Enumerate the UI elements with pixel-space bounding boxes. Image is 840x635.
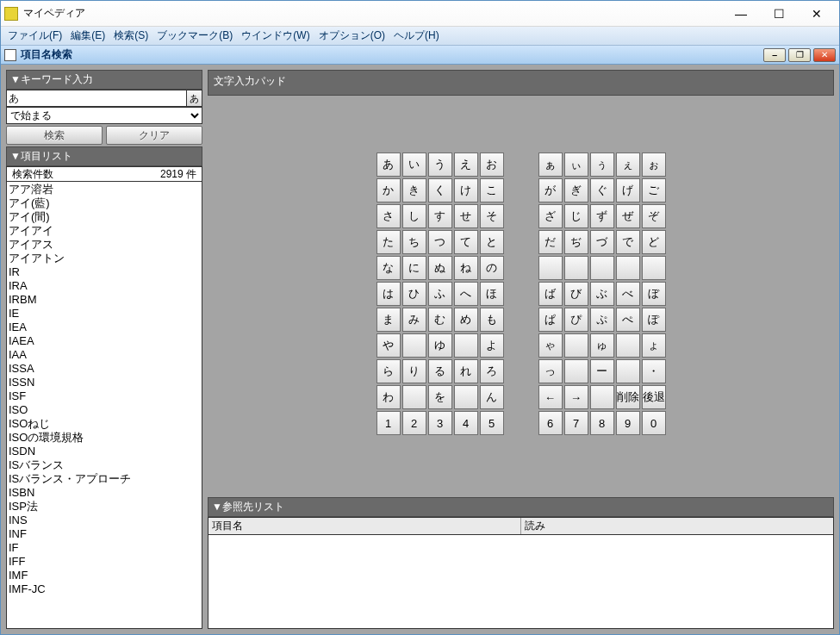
list-item[interactable]: ISSA <box>9 362 200 376</box>
kana-key-ぅ[interactable]: ぅ <box>590 153 614 177</box>
list-item[interactable]: ISF <box>9 389 200 403</box>
maximize-button[interactable]: ☐ <box>760 2 798 26</box>
kana-key-ま[interactable]: ま <box>376 308 401 332</box>
menu-bookmark[interactable]: ブックマーク(B) <box>157 28 233 43</box>
kana-key-ぬ[interactable]: ぬ <box>428 256 452 280</box>
kana-key-4[interactable]: 4 <box>454 411 478 435</box>
kana-key-empty[interactable] <box>454 385 478 409</box>
inner-maximize-button[interactable]: ❐ <box>788 48 811 62</box>
kana-key-ぺ[interactable]: ぺ <box>616 308 640 332</box>
kana-key-は[interactable]: は <box>376 282 401 306</box>
kana-key-め[interactable]: め <box>454 308 478 332</box>
list-item[interactable]: IFF <box>9 555 200 569</box>
kana-key-empty[interactable] <box>564 256 588 280</box>
kana-key-ょ[interactable]: ょ <box>642 333 666 358</box>
list-item[interactable]: ISバランス <box>9 458 200 472</box>
inner-close-button[interactable]: ✕ <box>813 48 836 62</box>
menu-edit[interactable]: 編集(E) <box>71 28 105 43</box>
kana-key-が[interactable]: が <box>538 178 563 202</box>
kana-key-ば[interactable]: ば <box>538 282 563 306</box>
kana-key-empty[interactable] <box>402 333 426 358</box>
kana-key-empty[interactable] <box>564 333 588 358</box>
kana-key-ひ[interactable]: ひ <box>402 282 426 306</box>
kana-key-で[interactable]: で <box>616 230 640 254</box>
kana-key-ね[interactable]: ね <box>454 256 478 280</box>
kana-key-ぉ[interactable]: ぉ <box>642 153 666 177</box>
kana-key-あ[interactable]: あ <box>376 153 401 177</box>
kana-key-げ[interactable]: げ <box>616 178 640 202</box>
menu-window[interactable]: ウインドウ(W) <box>241 28 309 43</box>
kana-key-ご[interactable]: ご <box>642 178 666 202</box>
kana-key-ざ[interactable]: ざ <box>538 204 563 228</box>
list-item[interactable]: IEA <box>9 321 200 334</box>
kana-key-ぜ[interactable]: ぜ <box>616 204 640 228</box>
kana-key-や[interactable]: や <box>376 333 401 358</box>
kana-key-く[interactable]: く <box>428 178 452 202</box>
list-item[interactable]: ISOの環境規格 <box>9 431 200 445</box>
list-item[interactable]: IE <box>9 307 200 321</box>
kana-key-→[interactable]: → <box>564 385 588 409</box>
kana-key-1[interactable]: 1 <box>376 411 401 435</box>
kana-key-お[interactable]: お <box>480 153 504 177</box>
kana-key-2[interactable]: 2 <box>402 411 426 435</box>
kana-key-し[interactable]: し <box>402 204 426 228</box>
clear-button[interactable]: クリア <box>106 126 202 145</box>
kana-key-empty[interactable] <box>616 359 640 383</box>
kana-key-け[interactable]: け <box>454 178 478 202</box>
kana-key-つ[interactable]: つ <box>428 230 452 254</box>
kana-key-む[interactable]: む <box>428 308 452 332</box>
kana-key-6[interactable]: 6 <box>538 411 563 435</box>
list-item[interactable]: アイアトン <box>9 252 200 265</box>
list-item[interactable]: IRBM <box>9 293 200 307</box>
kana-key-か[interactable]: か <box>376 178 401 202</box>
list-item[interactable]: IRA <box>9 279 200 293</box>
list-item[interactable]: INF <box>9 527 200 541</box>
kana-key-後退[interactable]: 後退 <box>642 385 666 409</box>
ime-toggle-button[interactable]: あ <box>187 90 202 107</box>
kana-key-う[interactable]: う <box>428 153 452 177</box>
results-list[interactable]: アア溶岩アイ(藍)アイ(間)アイアイアイアスアイアトンIRIRAIRBMIEIE… <box>6 182 202 629</box>
kana-key-き[interactable]: き <box>402 178 426 202</box>
list-item[interactable]: ISバランス・アプローチ <box>9 472 200 486</box>
kana-key-み[interactable]: み <box>402 308 426 332</box>
list-item[interactable]: ISOねじ <box>9 417 200 431</box>
kana-key-ゆ[interactable]: ゆ <box>428 333 452 358</box>
kana-key-empty[interactable] <box>564 359 588 383</box>
kana-key-←[interactable]: ← <box>538 385 563 409</box>
list-item[interactable]: ISSN <box>9 376 200 389</box>
kana-key-ど[interactable]: ど <box>642 230 666 254</box>
kana-key-ぞ[interactable]: ぞ <box>642 204 666 228</box>
kana-key-3[interactable]: 3 <box>428 411 452 435</box>
list-item[interactable]: アイアス <box>9 238 200 252</box>
list-item[interactable]: IAEA <box>9 334 200 348</box>
kana-key-な[interactable]: な <box>376 256 401 280</box>
kana-key-empty[interactable] <box>616 256 640 280</box>
kana-key-る[interactable]: る <box>428 359 452 383</box>
menu-search[interactable]: 検索(S) <box>114 28 148 43</box>
kana-key-ほ[interactable]: ほ <box>480 282 504 306</box>
kana-key-た[interactable]: た <box>376 230 401 254</box>
search-button[interactable]: 検索 <box>6 126 103 145</box>
kana-key-empty[interactable] <box>616 333 640 358</box>
kana-key-さ[interactable]: さ <box>376 204 401 228</box>
kana-key-empty[interactable] <box>590 256 614 280</box>
list-item[interactable]: ISP法 <box>9 500 200 514</box>
kana-key-ぱ[interactable]: ぱ <box>538 308 563 332</box>
kana-key-削除[interactable]: 削除 <box>616 385 640 409</box>
kana-key-ぎ[interactable]: ぎ <box>564 178 588 202</box>
kana-key-づ[interactable]: づ <box>590 230 614 254</box>
kana-key-れ[interactable]: れ <box>454 359 478 383</box>
kana-key-へ[interactable]: へ <box>454 282 478 306</box>
inner-minimize-button[interactable]: ‒ <box>763 48 786 62</box>
close-button[interactable]: ✕ <box>798 2 836 26</box>
kana-key-ー[interactable]: ー <box>590 359 614 383</box>
list-item[interactable]: IR <box>9 265 200 279</box>
kana-key-に[interactable]: に <box>402 256 426 280</box>
kana-key-7[interactable]: 7 <box>564 411 588 435</box>
kana-key-ぷ[interactable]: ぷ <box>590 308 614 332</box>
kana-key-0[interactable]: 0 <box>642 411 666 435</box>
list-item[interactable]: IF <box>9 541 200 555</box>
kana-key-ろ[interactable]: ろ <box>480 359 504 383</box>
kana-key-ぐ[interactable]: ぐ <box>590 178 614 202</box>
menu-file[interactable]: ファイル(F) <box>8 28 62 43</box>
